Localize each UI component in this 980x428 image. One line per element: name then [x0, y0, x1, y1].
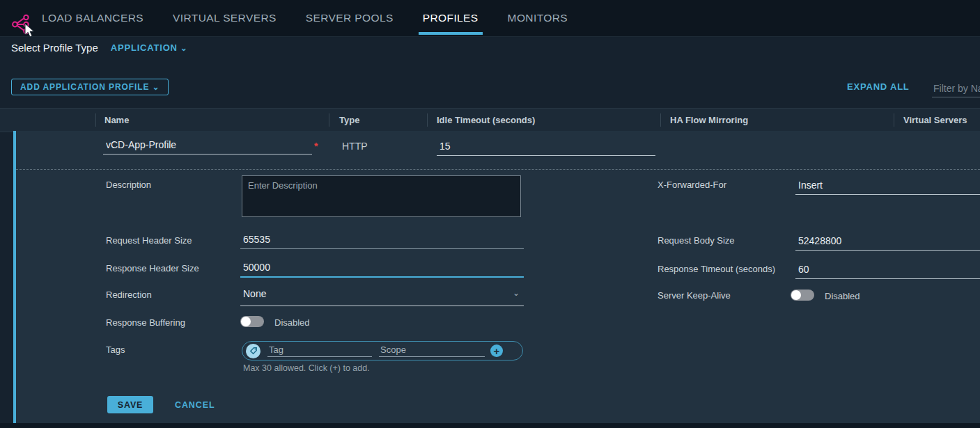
add-tag-icon[interactable]: + — [490, 344, 503, 357]
filter-by-name-input[interactable] — [932, 80, 980, 97]
scope-input[interactable] — [379, 344, 485, 357]
chevron-down-icon: ⌄ — [152, 82, 160, 92]
profile-name-input[interactable] — [103, 139, 312, 154]
mouse-cursor — [24, 23, 36, 38]
response-buffering-toggle[interactable] — [240, 316, 264, 327]
profile-type-value: APPLICATION — [111, 42, 178, 53]
server-keep-alive-toggle[interactable] — [791, 290, 814, 301]
profile-type-row: Select Profile Type APPLICATION⌄ — [11, 42, 188, 54]
profile-type-dropdown[interactable]: APPLICATION⌄ — [111, 42, 188, 53]
table-header-row: Name Type Idle Timeout (seconds) HA Flow… — [0, 108, 980, 132]
bottom-edge-strip — [0, 423, 980, 428]
description-textarea[interactable] — [242, 175, 521, 217]
tab-virtual-servers[interactable]: VIRTUAL SERVERS — [173, 0, 277, 36]
response-timeout-input[interactable] — [795, 264, 980, 279]
redirection-value: None — [240, 288, 266, 299]
tab-server-pools[interactable]: SERVER POOLS — [306, 0, 394, 36]
request-body-size-input[interactable] — [795, 235, 980, 251]
toggle-knob — [241, 317, 251, 326]
server-keep-alive-label: Server Keep-Alive — [658, 290, 731, 301]
request-header-size-label: Request Header Size — [106, 235, 192, 246]
tab-profiles[interactable]: PROFILES — [423, 0, 479, 36]
tag-input[interactable] — [267, 344, 372, 357]
save-button[interactable]: SAVE — [107, 396, 153, 413]
response-timeout-label: Response Timeout (seconds) — [658, 264, 775, 274]
row-divider — [16, 169, 980, 170]
response-header-size-input[interactable] — [240, 262, 524, 278]
response-buffering-label: Response Buffering — [106, 317, 185, 328]
column-header-virtual-servers: Virtual Servers — [903, 115, 967, 125]
x-forwarded-for-input[interactable] — [795, 180, 980, 195]
column-divider — [427, 113, 428, 127]
chevron-down-icon: ⌄ — [513, 288, 524, 298]
description-label: Description — [106, 180, 151, 190]
tags-label: Tags — [106, 344, 125, 355]
server-keep-alive-state: Disabled — [825, 291, 860, 301]
column-divider — [329, 113, 329, 127]
tab-monitors[interactable]: MONITORS — [508, 0, 568, 36]
required-asterisk: * — [314, 141, 318, 152]
column-divider — [894, 113, 894, 127]
x-forwarded-for-label: X-Forwarded-For — [658, 180, 726, 190]
toggle-knob — [791, 290, 801, 300]
tag-icon — [246, 344, 260, 358]
column-header-idle-timeout: Idle Timeout (seconds) — [437, 115, 535, 125]
tab-load-balancers[interactable]: LOAD BALANCERS — [42, 0, 143, 36]
response-header-size-label: Response Header Size — [106, 263, 199, 274]
add-application-profile-button[interactable]: ADD APPLICATION PROFILE⌄ — [11, 79, 169, 95]
add-button-label: ADD APPLICATION PROFILE — [20, 82, 149, 92]
request-body-size-label: Request Body Size — [658, 235, 735, 246]
profile-edit-row: * HTTP Description X-Forwarded-For Reque… — [13, 131, 980, 423]
nav-tabs: LOAD BALANCERS VIRTUAL SERVERS SERVER PO… — [42, 0, 568, 36]
profile-type-value-text: HTTP — [342, 141, 368, 152]
column-header-type: Type — [339, 115, 359, 125]
column-header-ha-flow-mirroring: HA Flow Mirroring — [670, 115, 748, 125]
tags-hint-text: Max 30 allowed. Click (+) to add. — [243, 363, 370, 373]
tags-pill: + — [242, 341, 523, 360]
cancel-button[interactable]: CANCEL — [175, 400, 215, 410]
response-buffering-state: Disabled — [274, 317, 310, 328]
redirection-label: Redirection — [106, 290, 152, 300]
column-header-name: Name — [104, 115, 129, 125]
idle-timeout-input[interactable] — [437, 141, 655, 156]
column-divider — [660, 113, 661, 127]
expand-all-link[interactable]: EXPAND ALL — [847, 81, 910, 92]
profile-type-label: Select Profile Type — [11, 42, 98, 54]
app-window: LOAD BALANCERS VIRTUAL SERVERS SERVER PO… — [0, 0, 980, 428]
top-nav-bar: LOAD BALANCERS VIRTUAL SERVERS SERVER PO… — [0, 0, 980, 37]
column-divider — [95, 113, 96, 127]
redirection-select[interactable]: None ⌄ — [240, 288, 524, 306]
chevron-down-icon: ⌄ — [180, 43, 188, 53]
request-header-size-input[interactable] — [240, 234, 524, 249]
